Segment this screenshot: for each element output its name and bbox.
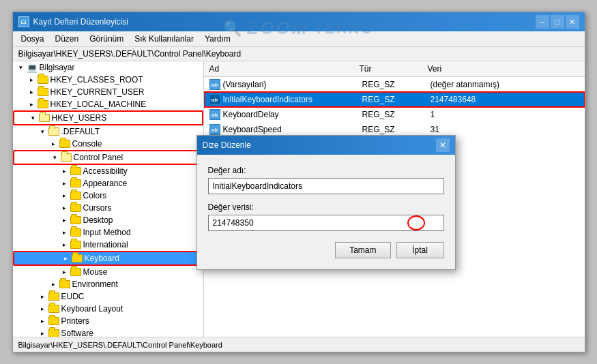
- reg-type-default: REG_SZ: [362, 80, 431, 89]
- reg-icon-default: ab: [209, 79, 220, 90]
- tree-arrow-controlpanel: ▾: [50, 152, 61, 163]
- tree-arrow-hklm: ▸: [27, 99, 38, 110]
- tree-item-bilgisayar[interactable]: ▾💻Bilgisayar: [13, 61, 203, 74]
- tree-label-mouse: Mouse: [83, 267, 108, 277]
- folder-icon-mouse: [70, 268, 81, 276]
- col-name: Ad: [209, 64, 360, 74]
- menu-dosya[interactable]: Dosya: [16, 33, 50, 45]
- tree-label-colors: Colors: [83, 191, 107, 200]
- folder-icon-desktop: [70, 216, 81, 224]
- tree-item-printers[interactable]: ▸Printers: [13, 315, 203, 327]
- tree-item-software[interactable]: ▸Software: [13, 327, 203, 337]
- reg-row-default[interactable]: ab(Varsayılan)REG_SZ(değer atanmamış): [204, 77, 585, 92]
- ok-button[interactable]: Tamam: [335, 242, 390, 258]
- tree-item-hklm[interactable]: ▸HKEY_LOCAL_MACHINE: [13, 98, 203, 110]
- tree-label-appearance: Appearance: [83, 179, 128, 188]
- tree-arrow-printers: ▸: [38, 316, 48, 327]
- tree-label-console: Console: [72, 139, 102, 149]
- reg-data-keyboardspeed: 31: [431, 125, 579, 134]
- minimize-button[interactable]: ─: [536, 15, 549, 29]
- tree-item-keyboard[interactable]: ▸Keyboard: [13, 251, 203, 266]
- tree-arrow-hkcu: ▸: [27, 87, 38, 97]
- tree-arrow-international: ▸: [59, 239, 70, 250]
- dialog-buttons: Tamam İptal: [208, 242, 444, 258]
- tree-item-default[interactable]: ▾.DEFAULT: [13, 125, 203, 138]
- tree-arrow-cursors: ▸: [59, 202, 70, 213]
- tree-item-eudc[interactable]: ▸EUDC: [13, 290, 203, 303]
- dialog-value-input[interactable]: [208, 215, 444, 231]
- tree-arrow-colors: ▸: [59, 190, 70, 201]
- tree-item-desktop[interactable]: ▸Desktop: [13, 214, 203, 226]
- menu-gorunum[interactable]: Görünüm: [84, 33, 129, 45]
- dialog-title-bar: Dize Düzenle ✕: [197, 136, 455, 155]
- tree-label-hklm: HKEY_LOCAL_MACHINE: [50, 100, 147, 109]
- reg-row-initialkeyboard[interactable]: abInitialKeyboardIndicatorsREG_SZ2147483…: [204, 92, 585, 107]
- dialog-body: Değer adı: Değer verisi: Tamam İptal: [197, 155, 455, 269]
- cancel-button[interactable]: İptal: [396, 242, 444, 258]
- col-type: Tür: [360, 64, 428, 74]
- tree-arrow-appearance: ▸: [59, 178, 70, 189]
- tree-item-controlpanel[interactable]: ▾Control Panel: [13, 150, 203, 165]
- reg-data-keyboarddelay: 1: [431, 110, 579, 119]
- tree-item-hkcr[interactable]: ▸HKEY_CLASSES_ROOT: [13, 74, 203, 86]
- folder-icon-controlpanel: [61, 153, 72, 162]
- tree-label-eudc: EUDC: [61, 292, 85, 301]
- tree-panel[interactable]: ▾💻Bilgisayar▸HKEY_CLASSES_ROOT▸HKEY_CURR…: [13, 61, 204, 337]
- reg-type-initialkeyboard: REG_SZ: [362, 95, 431, 104]
- tree-item-mouse[interactable]: ▸Mouse: [13, 266, 203, 278]
- folder-icon-hkcr: [38, 76, 48, 84]
- reg-name-initialkeyboard: InitialKeyboardIndicators: [223, 95, 362, 104]
- folder-icon-colors: [70, 192, 81, 200]
- maximize-button[interactable]: □: [551, 15, 564, 29]
- tree-item-inputmethod[interactable]: ▸Input Method: [13, 226, 203, 239]
- title-bar: 🗂 Kayıt Defteri Düzenleyicisi ─ □ ✕: [13, 12, 585, 31]
- tree-arrow-keyboardlayout: ▸: [38, 303, 48, 314]
- tree-item-appearance[interactable]: ▸Appearance: [13, 177, 203, 189]
- tree-item-cursors[interactable]: ▸Cursors: [13, 202, 203, 214]
- tree-arrow-environment: ▸: [48, 279, 59, 290]
- tree-label-cursors: Cursors: [83, 203, 112, 213]
- tree-item-hkcu[interactable]: ▸HKEY_CURRENT_USER: [13, 86, 203, 98]
- reg-row-keyboarddelay[interactable]: abKeyboardDelayREG_SZ1: [204, 107, 585, 122]
- dialog-name-input[interactable]: [208, 178, 444, 194]
- tree-arrow-desktop: ▸: [59, 215, 70, 226]
- reg-type-keyboardspeed: REG_SZ: [362, 125, 431, 134]
- tree-label-keyboardlayout: Keyboard Layout: [61, 304, 123, 314]
- menu-yardim[interactable]: Yardım: [199, 33, 236, 45]
- column-header: Ad Tür Veri: [204, 61, 585, 77]
- app-icon: 🗂: [18, 16, 29, 27]
- tree-item-accessibility[interactable]: ▸Accessibility: [13, 165, 203, 177]
- status-bar: Bilgisayar\HKEY_USERS\.DEFAULT\Control P…: [13, 337, 585, 352]
- tree-arrow-software: ▸: [38, 328, 48, 337]
- tree-arrow-hkcr: ▸: [27, 74, 38, 85]
- tree-arrow-inputmethod: ▸: [59, 227, 70, 238]
- col-data: Veri: [428, 64, 579, 74]
- close-button[interactable]: ✕: [566, 15, 579, 29]
- status-text: Bilgisayar\HKEY_USERS\.DEFAULT\Control P…: [18, 341, 222, 349]
- tree-arrow-hku: ▾: [28, 112, 39, 123]
- reg-data-default: (değer atanmamış): [431, 80, 579, 89]
- tree-item-international[interactable]: ▸International: [13, 239, 203, 251]
- dialog-close-button[interactable]: ✕: [436, 138, 450, 152]
- computer-icon: 💻: [27, 63, 38, 73]
- tree-item-colors[interactable]: ▸Colors: [13, 189, 203, 202]
- folder-icon-printers: [48, 317, 59, 325]
- folder-icon-cursors: [70, 204, 81, 212]
- tree-arrow-bilgisayar: ▾: [16, 62, 27, 73]
- tree-item-hku[interactable]: ▾HKEY_USERS: [13, 110, 203, 125]
- folder-icon-international: [70, 241, 81, 249]
- tree-label-international: International: [83, 240, 128, 249]
- folder-icon-hklm: [38, 100, 48, 108]
- reg-icon-initialkeyboard: ab: [209, 94, 220, 105]
- dialog-title: Dize Düzenle: [203, 140, 436, 150]
- tree-label-hkcu: HKEY_CURRENT_USER: [50, 87, 145, 97]
- tree-item-keyboardlayout[interactable]: ▸Keyboard Layout: [13, 303, 203, 315]
- menu-duzen[interactable]: Düzen: [50, 33, 85, 45]
- menu-sik[interactable]: Sık Kullanılanlar: [129, 33, 199, 45]
- tree-label-desktop: Desktop: [83, 215, 113, 225]
- folder-icon-software: [48, 329, 59, 337]
- breadcrumb: Bilgisayar\HKEY_USERS\.DEFAULT\Control P…: [13, 47, 585, 61]
- dialog-value-label: Değer verisi:: [208, 202, 444, 212]
- tree-item-environment[interactable]: ▸Environment: [13, 278, 203, 290]
- tree-item-console[interactable]: ▸Console: [13, 138, 203, 150]
